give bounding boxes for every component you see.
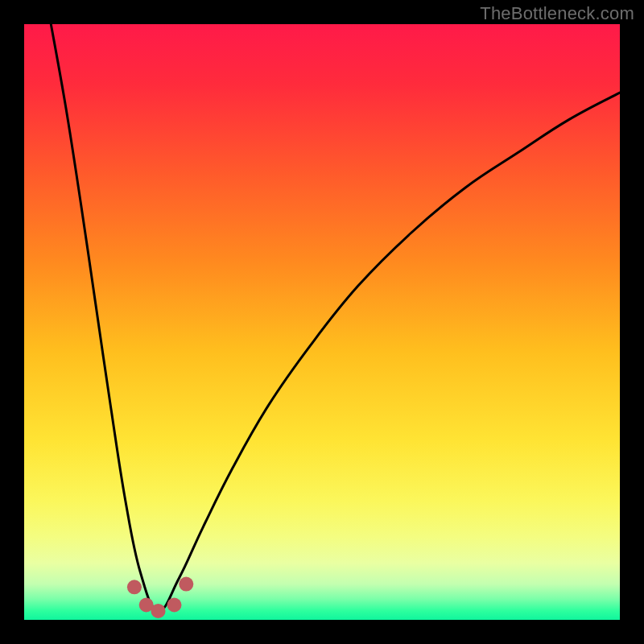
plot-container [24,24,620,620]
app-frame: TheBottleneck.com [0,0,644,644]
trough-marker [151,604,166,618]
watermark-label: TheBottleneck.com [480,3,634,24]
bottleneck-chart [24,24,620,620]
trough-marker [179,577,193,592]
trough-marker [127,580,142,594]
trough-marker [167,598,181,613]
gradient-background [24,24,620,620]
